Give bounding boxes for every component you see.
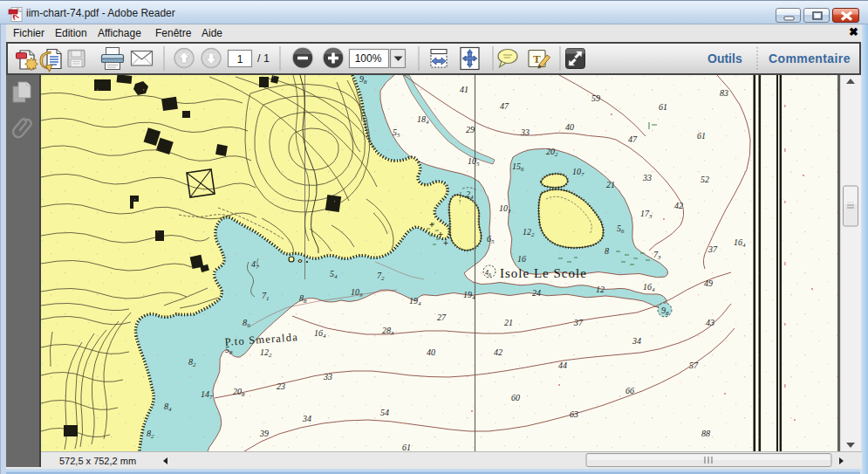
svg-text:23: 23: [277, 381, 285, 391]
svg-text:41: 41: [460, 85, 468, 94]
svg-text:34: 34: [632, 336, 641, 346]
svg-text:21: 21: [606, 180, 615, 189]
svg-text:12: 12: [596, 285, 605, 294]
svg-text:1: 1: [237, 53, 243, 65]
svg-text:59: 59: [591, 93, 600, 103]
svg-text:66: 66: [625, 386, 634, 395]
svg-text:88: 88: [701, 429, 710, 438]
svg-text:40: 40: [565, 122, 574, 132]
svg-text:63: 63: [570, 409, 578, 419]
svg-text:52: 52: [701, 175, 709, 184]
svg-text:40: 40: [427, 347, 435, 357]
svg-text:33: 33: [520, 127, 530, 137]
svg-text:/ 1: / 1: [257, 52, 270, 65]
svg-text:54: 54: [380, 408, 389, 417]
svg-text:39: 39: [259, 429, 269, 438]
svg-text:83: 83: [720, 88, 728, 98]
svg-text:42: 42: [674, 201, 683, 210]
svg-text:33: 33: [323, 372, 332, 381]
svg-text:24: 24: [532, 288, 541, 298]
svg-text:61: 61: [659, 102, 667, 112]
svg-text:100%: 100%: [355, 52, 382, 65]
svg-text:44: 44: [558, 361, 567, 370]
svg-text:47: 47: [500, 101, 509, 111]
svg-text:61: 61: [402, 443, 411, 451]
svg-text:8: 8: [605, 246, 609, 256]
svg-text:33: 33: [642, 173, 652, 182]
svg-text:57: 57: [689, 361, 699, 370]
svg-text:47: 47: [628, 134, 638, 144]
svg-text:61: 61: [697, 131, 706, 141]
svg-text:37: 37: [707, 244, 718, 254]
svg-text:16: 16: [517, 254, 526, 264]
svg-text:37: 37: [573, 318, 584, 327]
svg-text:42: 42: [494, 347, 502, 357]
svg-text:27: 27: [437, 313, 447, 322]
svg-text:21: 21: [504, 318, 513, 327]
svg-text:Isole Le Scole: Isole Le Scole: [500, 266, 587, 280]
svg-text:34: 34: [302, 414, 311, 423]
svg-text:60: 60: [511, 393, 520, 402]
svg-text:29: 29: [466, 125, 475, 134]
svg-text:43: 43: [706, 318, 714, 327]
svg-text:49: 49: [704, 278, 713, 288]
